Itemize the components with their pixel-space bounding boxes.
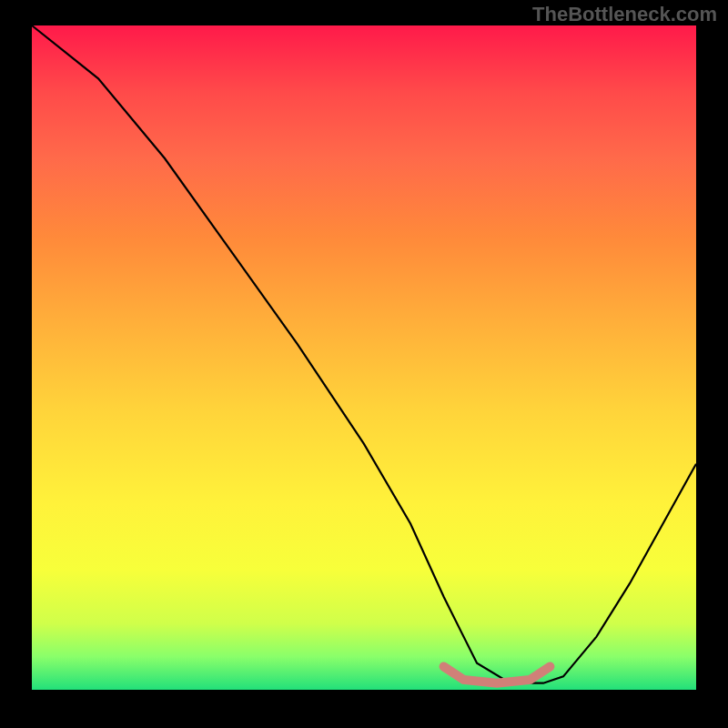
- chart-container: TheBottleneck.com: [0, 0, 728, 728]
- plot-area: [32, 25, 696, 690]
- watermark-text: TheBottleneck.com: [532, 3, 717, 26]
- chart-svg: [32, 25, 696, 690]
- bottleneck-curve-path: [32, 25, 696, 683]
